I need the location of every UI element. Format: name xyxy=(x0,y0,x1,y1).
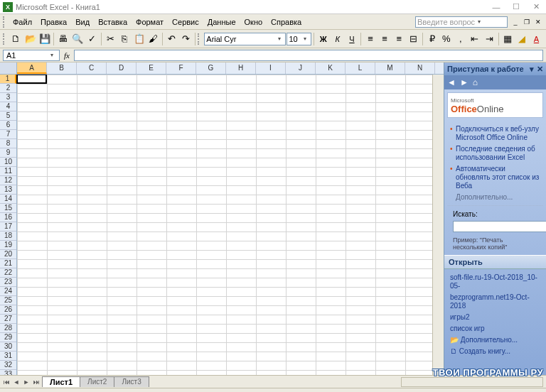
sheet-tab-Лист3[interactable]: Лист3 xyxy=(114,376,149,387)
name-box[interactable]: A1▾ xyxy=(3,50,60,61)
taskpane-link[interactable]: Автоматически обновлять этот список из В… xyxy=(450,163,540,192)
row-header-16[interactable]: 16 xyxy=(0,213,16,222)
menu-вставка[interactable]: Вставка xyxy=(94,16,132,28)
percent-button[interactable]: % xyxy=(439,32,453,46)
doc-minimize-button[interactable]: _ xyxy=(510,17,520,27)
align-right-button[interactable]: ≡ xyxy=(392,32,406,46)
row-header-17[interactable]: 17 xyxy=(0,222,16,232)
new-button[interactable]: 🗋 xyxy=(9,32,23,46)
tab-first-button[interactable]: ⏮ xyxy=(1,379,11,386)
col-header-J[interactable]: J xyxy=(286,62,316,74)
row-header-14[interactable]: 14 xyxy=(0,195,16,204)
home-icon[interactable]: ⌂ xyxy=(473,77,478,87)
col-header-I[interactable]: I xyxy=(256,62,286,74)
forward-icon[interactable]: ► xyxy=(460,77,469,87)
row-header-12[interactable]: 12 xyxy=(0,176,16,185)
cut-button[interactable]: ✂ xyxy=(104,32,117,46)
menu-вид[interactable]: Вид xyxy=(71,16,94,28)
col-header-H[interactable]: H xyxy=(226,62,256,74)
taskpane-link[interactable]: Подключиться к веб-узлу Microsoft Office… xyxy=(450,124,540,143)
format-painter-button[interactable]: 🖌 xyxy=(146,32,160,46)
taskpane-link[interactable]: Последние сведения об использовании Exce… xyxy=(450,143,540,163)
menu-файл[interactable]: Файл xyxy=(9,16,36,28)
row-header-29[interactable]: 29 xyxy=(0,333,16,342)
taskpane-more-link[interactable]: Дополнительно... xyxy=(450,192,540,202)
align-center-button[interactable]: ≡ xyxy=(378,32,392,46)
font-name-combo[interactable]: Arial Cyr▾ xyxy=(204,33,286,45)
row-header-22[interactable]: 22 xyxy=(0,268,16,278)
maximize-button[interactable]: ☐ xyxy=(509,1,523,13)
menu-данные[interactable]: Данные xyxy=(203,16,240,28)
row-header-7[interactable]: 7 xyxy=(0,130,16,139)
col-header-E[interactable]: E xyxy=(136,62,166,74)
col-header-D[interactable]: D xyxy=(107,62,136,74)
row-header-27[interactable]: 27 xyxy=(0,315,16,324)
menu-сервис[interactable]: Сервис xyxy=(168,16,203,28)
redo-button[interactable]: ↷ xyxy=(179,32,193,46)
row-header-11[interactable]: 11 xyxy=(0,167,16,176)
row-header-5[interactable]: 5 xyxy=(0,111,16,121)
active-cell[interactable] xyxy=(16,75,47,84)
row-header-1[interactable]: 1 xyxy=(0,75,16,84)
menu-окно[interactable]: Окно xyxy=(240,16,267,28)
cells-area[interactable] xyxy=(17,75,432,375)
select-all-corner[interactable] xyxy=(0,62,17,74)
row-header-15[interactable]: 15 xyxy=(0,204,16,213)
increase-indent-button[interactable]: ⇥ xyxy=(483,32,496,46)
col-header-A[interactable]: A xyxy=(17,62,47,74)
sheet-tab-Лист1[interactable]: Лист1 xyxy=(42,376,80,387)
row-header-23[interactable]: 23 xyxy=(0,278,16,287)
font-size-combo[interactable]: 10▾ xyxy=(287,33,311,45)
align-left-button[interactable]: ≡ xyxy=(363,32,377,46)
grip-icon[interactable] xyxy=(198,33,200,45)
italic-button[interactable]: К xyxy=(331,32,344,46)
merge-button[interactable]: ⊟ xyxy=(407,32,420,46)
row-header-8[interactable]: 8 xyxy=(0,139,16,148)
tab-next-button[interactable]: ► xyxy=(21,379,31,386)
row-header-2[interactable]: 2 xyxy=(0,84,16,93)
comma-button[interactable]: , xyxy=(454,32,467,46)
recent-file-link[interactable]: bezprogramm.net19-Oct-2018 xyxy=(450,292,540,312)
underline-button[interactable]: Ч xyxy=(345,32,358,46)
row-header-25[interactable]: 25 xyxy=(0,296,16,305)
doc-close-button[interactable]: ✕ xyxy=(533,17,543,27)
col-header-K[interactable]: K xyxy=(316,62,346,74)
col-header-G[interactable]: G xyxy=(196,62,226,74)
grip-icon[interactable] xyxy=(3,33,6,45)
fx-icon[interactable]: fx xyxy=(60,51,74,60)
doc-restore-button[interactable]: ❐ xyxy=(522,17,532,27)
menu-правка[interactable]: Правка xyxy=(36,16,71,28)
row-header-19[interactable]: 19 xyxy=(0,241,16,250)
open-more-link[interactable]: 📂 Дополнительно... xyxy=(450,334,540,346)
recent-file-link[interactable]: список игр xyxy=(450,323,540,334)
currency-button[interactable]: ₽ xyxy=(425,32,439,46)
col-header-L[interactable]: L xyxy=(346,62,375,74)
save-button[interactable]: 💾 xyxy=(38,32,51,46)
print-button[interactable]: 🖶 xyxy=(56,32,70,46)
sheet-tab-Лист2[interactable]: Лист2 xyxy=(80,376,114,387)
preview-button[interactable]: 🔍 xyxy=(70,32,84,46)
font-color-button[interactable]: A xyxy=(530,32,543,46)
paste-button[interactable]: 📋 xyxy=(132,32,146,46)
grip-icon[interactable] xyxy=(3,16,6,28)
taskpane-search-input[interactable] xyxy=(453,221,546,232)
row-header-6[interactable]: 6 xyxy=(0,121,16,130)
row-header-3[interactable]: 3 xyxy=(0,93,16,102)
tab-prev-button[interactable]: ◄ xyxy=(11,379,21,386)
row-header-20[interactable]: 20 xyxy=(0,250,16,259)
menu-формат[interactable]: Формат xyxy=(132,16,168,28)
row-header-13[interactable]: 13 xyxy=(0,185,16,195)
bold-button[interactable]: Ж xyxy=(316,32,330,46)
undo-button[interactable]: ↶ xyxy=(165,32,178,46)
close-button[interactable]: ✕ xyxy=(529,1,543,13)
row-header-18[interactable]: 18 xyxy=(0,232,16,241)
row-header-28[interactable]: 28 xyxy=(0,324,16,333)
col-header-C[interactable]: C xyxy=(77,62,107,74)
taskpane-close-icon[interactable]: ✕ xyxy=(537,65,543,74)
borders-button[interactable]: ▦ xyxy=(501,32,515,46)
open-button[interactable]: 📂 xyxy=(23,32,37,46)
tab-last-button[interactable]: ⏭ xyxy=(31,379,41,386)
col-header-F[interactable]: F xyxy=(166,62,196,74)
fill-color-button[interactable]: ◢ xyxy=(515,32,529,46)
vertical-scrollbar[interactable] xyxy=(432,75,444,375)
